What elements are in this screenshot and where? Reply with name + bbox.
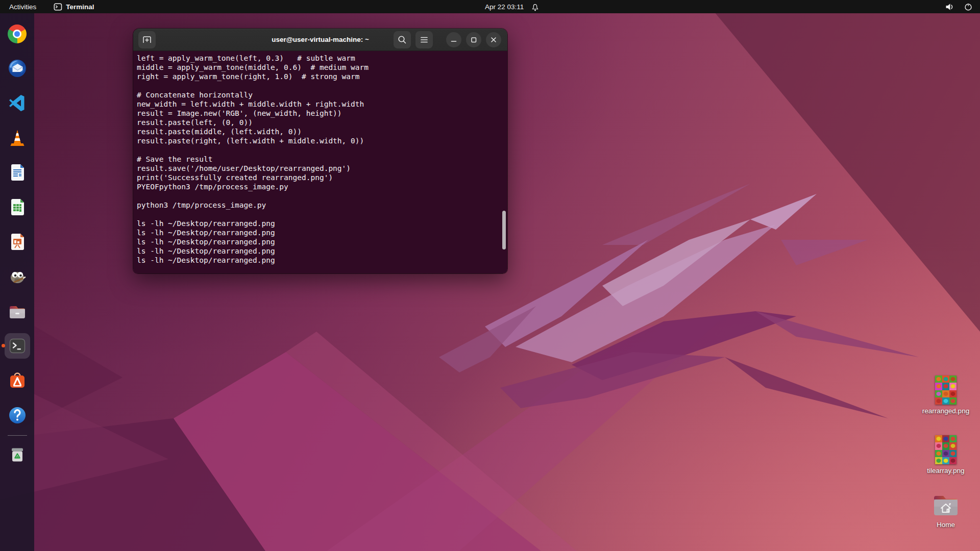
dock-item-ubuntu-software[interactable] <box>0 370 34 391</box>
desktop-icon-tilearray[interactable]: tilearray.png <box>914 435 978 474</box>
thunderbird-icon <box>7 58 28 79</box>
vlc-icon <box>7 128 28 148</box>
desktop-icon-home[interactable]: Home <box>914 492 978 529</box>
terminal-line: PYEOFpython3 /tmp/process_image.py <box>137 182 507 191</box>
desktop-icon-label: rearranged.png <box>922 407 969 415</box>
terminal-titlebar[interactable]: user@user-virtual-machine: ~ <box>133 29 507 51</box>
dock-item-libreoffice-impress[interactable] <box>0 232 34 252</box>
dock-item-chrome[interactable] <box>0 23 34 44</box>
desktop-icon-label: tilearray.png <box>927 467 964 474</box>
terminal-line: result.paste(left, (0, 0)) <box>137 118 507 127</box>
menu-button[interactable] <box>415 31 433 48</box>
terminal-mini-icon <box>54 3 62 11</box>
hamburger-menu-icon <box>419 34 430 45</box>
dock <box>0 13 34 551</box>
terminal-line: new_width = left.width + middle.width + … <box>137 99 507 109</box>
desktop-icon-label: Home <box>937 521 955 529</box>
system-status-area[interactable] <box>945 0 973 13</box>
terminal-line: result.save('/home/user/Desktop/rearrang… <box>137 164 507 173</box>
terminal-line: python3 /tmp/process_image.py <box>137 201 507 210</box>
minimize-button[interactable] <box>446 32 461 47</box>
terminal-line: left = apply_warm_tone(left, 0.3) # subt… <box>137 54 507 63</box>
running-indicator-dot <box>2 344 5 347</box>
dock-divider <box>8 435 27 436</box>
files-icon <box>7 301 28 321</box>
clock-menu[interactable]: Apr 22 03:11 <box>485 0 540 13</box>
terminal-icon <box>7 336 28 356</box>
dock-item-libreoffice-writer[interactable] <box>0 162 34 183</box>
focused-app-menu[interactable]: Terminal <box>54 3 94 11</box>
desktop-icon-rearranged[interactable]: rearranged.png <box>914 375 978 415</box>
terminal-line: ls -lh ~/Desktop/rearranged.png <box>137 246 507 256</box>
terminal-line: result.paste(right, (left.width + middle… <box>137 136 507 145</box>
vscode-icon <box>7 93 28 113</box>
new-tab-icon <box>141 34 153 46</box>
libreoffice-writer-icon <box>7 162 28 183</box>
dock-item-thunderbird[interactable] <box>0 58 34 79</box>
terminal-line: # Save the result <box>137 155 507 164</box>
terminal-window: user@user-virtual-machine: ~ <box>133 29 507 273</box>
terminal-line: ls -lh ~/Desktop/rearranged.png <box>137 256 507 265</box>
close-icon <box>488 35 499 45</box>
home-folder-icon <box>931 492 961 518</box>
terminal-line: ls -lh ~/Desktop/rearranged.png <box>137 228 507 237</box>
search-button[interactable] <box>394 31 411 48</box>
minimize-icon <box>449 35 459 45</box>
gimp-icon <box>7 266 28 287</box>
ubuntu-software-icon <box>7 370 28 391</box>
terminal-scrollbar[interactable] <box>502 211 506 249</box>
dock-item-help[interactable] <box>0 405 34 425</box>
dock-item-vscode[interactable] <box>0 93 34 113</box>
terminal-line <box>137 145 507 155</box>
rearranged-thumbnail <box>935 375 957 405</box>
dock-item-vlc[interactable] <box>0 128 34 148</box>
dock-item-gimp[interactable] <box>0 266 34 287</box>
power-icon <box>964 2 973 11</box>
terminal-line <box>137 81 507 90</box>
terminal-line: middle = apply_warm_tone(middle, 0.6) # … <box>137 63 507 72</box>
dock-item-files[interactable] <box>0 301 34 321</box>
maximize-button[interactable] <box>466 32 481 47</box>
new-tab-button[interactable] <box>138 31 156 48</box>
dock-item-libreoffice-calc[interactable] <box>0 197 34 217</box>
close-button[interactable] <box>486 32 501 47</box>
libreoffice-impress-icon <box>7 232 28 252</box>
activities-button[interactable]: Activities <box>7 3 38 11</box>
terminal-line <box>137 210 507 219</box>
screen: Activities Terminal Apr 22 03:11 <box>0 0 980 551</box>
search-icon <box>397 34 408 45</box>
dock-item-show-applications[interactable] <box>0 519 34 540</box>
terminal-line <box>137 191 507 201</box>
help-icon <box>7 405 28 425</box>
terminal-line: ls -lh ~/Desktop/rearranged.png <box>137 237 507 246</box>
dock-item-trash[interactable] <box>0 444 34 465</box>
dock-item-terminal[interactable] <box>0 336 34 356</box>
top-bar: Activities Terminal Apr 22 03:11 <box>0 0 980 13</box>
terminal-line: right = apply_warm_tone(right, 1.0) # st… <box>137 72 507 81</box>
maximize-icon <box>469 35 479 45</box>
chrome-icon <box>8 24 27 43</box>
clock-label: Apr 22 03:11 <box>485 3 524 11</box>
terminal-line: ls -lh ~/Desktop/rearranged.png <box>137 219 507 228</box>
terminal-line: print('Successfully created rearranged.p… <box>137 173 507 182</box>
terminal-line: result = Image.new('RGB', (new_width, he… <box>137 109 507 118</box>
terminal-line: result.paste(middle, (left.width, 0)) <box>137 127 507 136</box>
tilearray-thumbnail <box>935 435 957 464</box>
notification-bell-icon <box>531 2 540 12</box>
terminal-line: # Concatenate horizontally <box>137 90 507 99</box>
focused-app-name: Terminal <box>66 3 94 11</box>
volume-icon <box>945 3 954 11</box>
libreoffice-calc-icon <box>7 197 28 217</box>
terminal-output[interactable]: left = apply_warm_tone(left, 0.3) # subt… <box>133 51 507 273</box>
trash-icon <box>7 444 28 465</box>
